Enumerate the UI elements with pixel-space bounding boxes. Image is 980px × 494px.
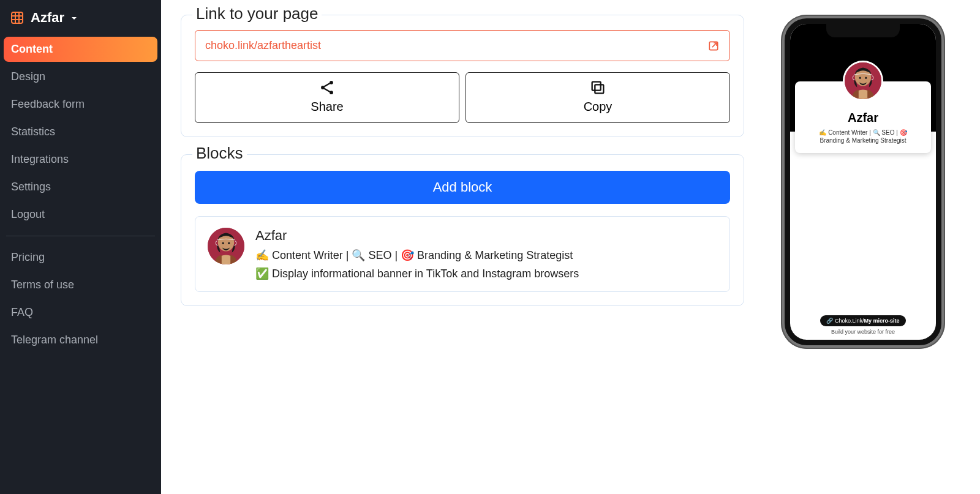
secondary-nav: Pricing Terms of use FAQ Telegram channe… <box>0 245 161 353</box>
primary-nav: Content Design Feedback form Statistics … <box>0 37 161 227</box>
nav-pricing[interactable]: Pricing <box>4 245 157 270</box>
copy-label: Copy <box>584 100 612 114</box>
profile-block[interactable]: Azfar ✍️ Content Writer | 🔍 SEO | 🎯 Bran… <box>195 216 730 292</box>
share-button[interactable]: Share <box>195 72 459 123</box>
phone-tagline: Build your website for free <box>831 329 895 335</box>
copy-icon <box>589 79 606 96</box>
profile-block-text: Azfar ✍️ Content Writer | 🔍 SEO | 🎯 Bran… <box>255 228 579 280</box>
phone-notch <box>826 24 900 37</box>
caret-down-icon <box>70 10 78 26</box>
copy-button[interactable]: Copy <box>466 72 730 123</box>
svg-rect-15 <box>595 84 603 93</box>
content-column: Link to your page choko.link/azfartheart… <box>181 15 744 306</box>
svg-line-13 <box>324 83 330 87</box>
page-link[interactable]: choko.link/azfartheartist <box>195 30 730 61</box>
workspace-name: Azfar <box>31 10 64 26</box>
phone-brand-badge: 🔗 Choko.Link/My micro-site <box>820 315 905 326</box>
link-panel: Link to your page choko.link/azfartheart… <box>181 15 744 137</box>
page-link-url: choko.link/azfartheartist <box>205 39 321 52</box>
svg-line-14 <box>324 88 330 92</box>
add-block-button[interactable]: Add block <box>195 171 730 204</box>
brand-logo-icon <box>10 10 24 25</box>
share-icon <box>318 79 336 96</box>
nav-statistics[interactable]: Statistics <box>4 119 157 144</box>
nav-telegram[interactable]: Telegram channel <box>4 327 157 353</box>
phone-avatar <box>843 61 883 101</box>
nav-terms[interactable]: Terms of use <box>4 272 157 298</box>
nav-logout[interactable]: Logout <box>4 202 157 227</box>
phone-screen: Azfar ✍️ Content Writer | 🔍 SEO | 🎯 Bran… <box>785 18 941 345</box>
nav-separator <box>6 236 155 236</box>
phone-profile-bio: ✍️ Content Writer | 🔍 SEO | 🎯 Branding &… <box>801 129 925 144</box>
phone-preview: Azfar ✍️ Content Writer | 🔍 SEO | 🎯 Bran… <box>781 15 945 349</box>
main-content: Link to your page choko.link/azfartheart… <box>161 0 980 494</box>
nav-integrations[interactable]: Integrations <box>4 147 157 172</box>
workspace-switcher[interactable]: Azfar <box>0 6 161 37</box>
profile-bio: ✍️ Content Writer | 🔍 SEO | 🎯 Branding &… <box>255 249 579 262</box>
profile-info: ✅ Display informational banner in TikTok… <box>255 267 579 280</box>
sidebar: Azfar Content Design Feedback form Stati… <box>0 0 161 494</box>
nav-faq[interactable]: FAQ <box>4 300 157 325</box>
nav-feedback-form[interactable]: Feedback form <box>4 92 157 117</box>
nav-settings[interactable]: Settings <box>4 174 157 200</box>
profile-name: Azfar <box>255 228 579 244</box>
nav-content[interactable]: Content <box>4 37 157 62</box>
link-actions: Share Copy <box>195 72 730 123</box>
svg-rect-16 <box>592 82 601 91</box>
phone-profile-name: Azfar <box>801 111 925 125</box>
blocks-panel-title: Blocks <box>192 144 247 163</box>
link-panel-title: Link to your page <box>192 4 322 23</box>
open-external-icon <box>707 40 720 52</box>
phone-content: Azfar ✍️ Content Writer | 🔍 SEO | 🎯 Bran… <box>790 24 936 340</box>
svg-rect-4 <box>12 12 23 23</box>
share-label: Share <box>311 100 343 114</box>
nav-design[interactable]: Design <box>4 64 157 89</box>
blocks-panel: Blocks Add block Azfar ✍️ Content Writer… <box>181 154 744 306</box>
avatar <box>208 228 244 264</box>
phone-footer: 🔗 Choko.Link/My micro-site Build your we… <box>790 315 936 335</box>
